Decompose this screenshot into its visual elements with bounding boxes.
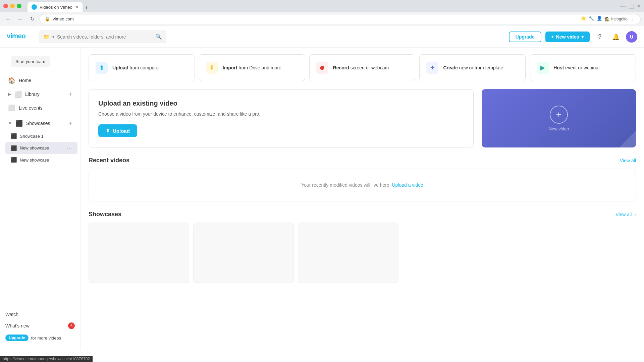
action-card-host[interactable]: ▶ Host event or webinar (530, 54, 636, 81)
upload-section: Upload an existing video Choose a video … (89, 89, 636, 147)
header-right: Upgrade + New video ▾ ? 🔔 U (509, 31, 637, 43)
showcase-card-3[interactable] (298, 223, 398, 283)
new-tab-button[interactable]: + (83, 4, 91, 12)
preview-decoration (619, 131, 636, 147)
upgrade-pill[interactable]: Upgrade (5, 335, 29, 341)
search-icon[interactable]: 🔍 (155, 34, 162, 40)
recent-videos-title: Recent videos (89, 157, 129, 164)
showcase-card-1[interactable] (89, 223, 189, 283)
start-team-button[interactable]: Start your team (11, 56, 50, 67)
sidebar-item-new-showcase2[interactable]: ⬛ New showcase (5, 154, 77, 166)
create-card-icon: ✦ (426, 62, 438, 74)
showcases-section-title: Showcases (89, 211, 121, 218)
upload-video-link[interactable]: Upload a video (392, 182, 423, 188)
search-input[interactable] (57, 34, 153, 40)
extension-icon[interactable]: 🔧 (589, 16, 594, 22)
sidebar-item-home-label: Home (19, 78, 31, 83)
sidebar-item-library-label: Library (25, 92, 40, 97)
close-window-button[interactable] (3, 4, 8, 8)
showcases-icon: ⬛ (15, 120, 23, 127)
upload-btn-icon: ⬆ (106, 128, 110, 134)
refresh-button[interactable]: ↻ (28, 14, 37, 24)
sidebar-watch-label: Watch (5, 312, 18, 317)
recent-videos-view-all[interactable]: View all (620, 158, 636, 163)
sidebar-nav: 🏠 Home ▶ ⬜ Library + ⬜ Live events (0, 73, 80, 306)
record-card-text: Record screen or webcam (333, 64, 389, 71)
sidebar-item-library[interactable]: ▶ ⬜ Library + (3, 87, 77, 101)
showcase-context-menu-button[interactable]: ⋯ (67, 145, 72, 151)
lock-icon: 🔒 (45, 16, 50, 21)
new-video-preview[interactable]: + New video (482, 89, 636, 147)
sidebar-showcases-header[interactable]: ▼ ⬛ Showcases + (3, 117, 77, 130)
showcases-sub-items: ⬛ Showcase 1 ⬛ New showcase ⋯ ⬛ New show… (0, 130, 80, 166)
expand-icon: ▶ (8, 92, 11, 97)
sidebar-item-live-events[interactable]: ⬜ Live events (3, 101, 77, 115)
content-area: ⬆ Upload from computer ⬇ Import from Dri… (80, 48, 644, 350)
recent-videos-header: Recent videos View all (89, 157, 636, 164)
sidebar-item-watch[interactable]: Watch (5, 309, 75, 320)
search-dropdown-icon[interactable]: ▾ (52, 35, 54, 39)
action-card-create[interactable]: ✦ Create new or from template (419, 54, 526, 81)
search-bar[interactable]: 📁 ▾ 🔍 (39, 31, 166, 43)
address-bar[interactable]: 🔒 vimeo.com ⭐ 🔧 👤 🕵 Incognito ⋮ (40, 14, 641, 24)
host-card-icon: ▶ (537, 62, 549, 74)
upload-cta-button[interactable]: ⬆ Upload (98, 124, 137, 137)
bookmark-icon[interactable]: ⭐ (581, 16, 586, 22)
titlebar: Videos on Vimeo ✕ + — ⬜ ✕ (0, 0, 644, 12)
upgrade-button[interactable]: Upgrade (509, 32, 541, 42)
restore-browser-button[interactable]: ⬜ (628, 3, 634, 9)
recent-videos-empty: Your recently modified videos will live … (89, 169, 636, 201)
upgrade-suffix: for more videos (31, 336, 61, 341)
upload-cta-title: Upload an existing video (98, 100, 464, 107)
host-card-text: Host event or webinar (553, 64, 600, 71)
app: vimeo 📁 ▾ 🔍 Upgrade + New video ▾ ? 🔔 U … (0, 26, 644, 350)
showcases-view-all[interactable]: View all (615, 212, 632, 217)
profile-icon[interactable]: 👤 (597, 16, 602, 22)
showcases-section: Showcases View all › (89, 211, 636, 283)
add-library-button[interactable]: + (68, 91, 72, 98)
avatar[interactable]: U (626, 31, 637, 43)
minimize-window-button[interactable] (10, 4, 15, 8)
menu-icon[interactable]: ⋮ (630, 16, 636, 22)
new-showcase2-icon: ⬛ (11, 157, 17, 163)
maximize-window-button[interactable] (17, 4, 21, 8)
tab-close-button[interactable]: ✕ (75, 5, 78, 9)
upload-cta-description: Choose a video from your device to enhan… (98, 111, 464, 118)
showcase-card-2[interactable] (193, 223, 294, 283)
minimize-browser-button[interactable]: — (620, 3, 626, 9)
new-video-preview-inner: + New video (549, 106, 569, 131)
import-card-text: Import from Drive and more (223, 64, 281, 71)
sidebar-new-showcase1-label: New showcase (20, 145, 49, 150)
add-showcase-button[interactable]: + (68, 120, 72, 127)
main-content: Start your team 🏠 Home ▶ ⬜ Library + ⬜ L… (0, 48, 644, 350)
close-browser-button[interactable]: ✕ (637, 3, 641, 9)
notification-button[interactable]: 🔔 (610, 31, 622, 43)
forward-button[interactable]: → (15, 14, 25, 24)
sidebar-item-showcase1[interactable]: ⬛ Showcase 1 (5, 130, 77, 142)
create-card-text: Create new or from template (443, 64, 503, 71)
sidebar-item-whats-new[interactable]: What's new 5 (5, 320, 75, 332)
action-card-upload[interactable]: ⬆ Upload from computer (89, 54, 195, 81)
sidebar-item-home[interactable]: 🏠 Home (3, 74, 77, 87)
showcases-expand-icon: ▼ (8, 121, 12, 126)
showcases-list (89, 223, 636, 283)
vimeo-logo: vimeo (7, 32, 34, 42)
recent-videos-empty-text: Your recently modified videos will live … (301, 182, 390, 188)
nav-bar: ← → ↻ 🔒 vimeo.com ⭐ 🔧 👤 🕵 Incognito ⋮ (0, 12, 644, 26)
action-card-import[interactable]: ⬇ Import from Drive and more (199, 54, 305, 81)
upload-card-text: Upload from computer (112, 64, 160, 71)
action-card-record[interactable]: ⏺ Record screen or webcam (309, 54, 416, 81)
sidebar-item-new-showcase1[interactable]: ⬛ New showcase ⋯ (5, 142, 77, 154)
help-button[interactable]: ? (594, 31, 606, 43)
back-button[interactable]: ← (3, 14, 13, 24)
sidebar: Start your team 🏠 Home ▶ ⬜ Library + ⬜ L… (0, 48, 80, 350)
new-video-button[interactable]: + New video ▾ (545, 32, 590, 42)
library-icon: ⬜ (14, 90, 22, 98)
incognito-badge: 🕵 Incognito (605, 16, 628, 22)
new-video-plus-icon: + (550, 106, 568, 124)
upload-card-icon: ⬆ (96, 62, 108, 74)
sidebar-item-live-events-label: Live events (19, 105, 43, 111)
browser-chrome: Videos on Vimeo ✕ + — ⬜ ✕ ← → ↻ 🔒 vimeo.… (0, 0, 644, 26)
active-tab[interactable]: Videos on Vimeo ✕ (28, 2, 83, 12)
showcases-chevron-icon: › (634, 212, 636, 217)
